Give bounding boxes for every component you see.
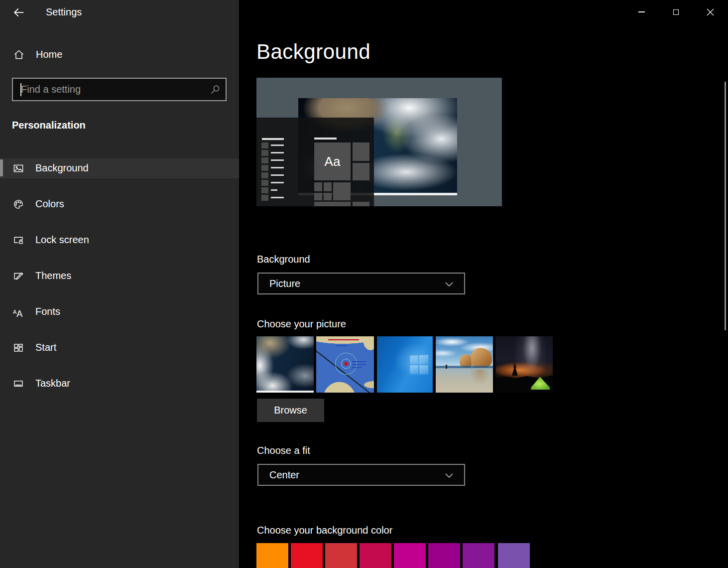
color-swatch-magenta[interactable] — [394, 543, 426, 568]
sidebar-item-colors[interactable]: Colors — [0, 194, 239, 214]
preview-app-icon — [261, 157, 268, 163]
rock-reflection — [470, 369, 489, 384]
preview-app-name — [271, 174, 284, 176]
preview-tile — [314, 182, 322, 191]
fit-dropdown[interactable]: Center — [257, 464, 465, 486]
settings-sidebar: Settings Home Personalization Backgr — [0, 0, 239, 568]
preview-app-icon — [261, 150, 268, 156]
section-heading: Personalization — [12, 120, 86, 131]
sidebar-item-taskbar[interactable]: Taskbar — [0, 374, 239, 394]
preview-tiles-header — [314, 138, 337, 140]
vertical-scrollbar[interactable] — [725, 82, 726, 330]
color-swatch-light-purple[interactable] — [498, 543, 530, 568]
sidebar-item-home[interactable]: Home — [0, 45, 239, 65]
map-warning-text — [328, 339, 359, 340]
preview-app-name — [271, 144, 284, 146]
sidebar-item-label: Home — [36, 49, 62, 60]
sidebar-item-label: Lock screen — [35, 234, 89, 246]
sidebar-item-start[interactable]: Start — [0, 338, 239, 358]
preview-tile — [324, 182, 332, 191]
preview-tile — [314, 193, 322, 200]
image-icon — [13, 163, 24, 174]
preview-app-icon — [261, 180, 268, 186]
map-label-text — [352, 361, 366, 362]
sidebar-item-label: Start — [35, 342, 56, 353]
windows-logo — [410, 355, 428, 375]
preview-tile — [314, 202, 351, 206]
sidebar-item-label: Themes — [35, 270, 71, 282]
sidebar-item-label: Background — [35, 162, 89, 174]
app-title: Settings — [46, 6, 82, 18]
map-label-text — [352, 364, 366, 365]
preview-tile — [353, 202, 369, 206]
choose-picture-label: Choose your picture — [257, 318, 346, 330]
preview-tile — [353, 163, 369, 180]
color-swatch-red[interactable] — [291, 543, 323, 568]
search-box — [12, 78, 227, 101]
choose-fit-label: Choose a fit — [257, 445, 310, 456]
back-button[interactable] — [12, 5, 26, 19]
maximize-icon — [673, 9, 679, 15]
sidebar-item-themes[interactable]: Themes — [0, 266, 239, 286]
map-label-text — [352, 367, 362, 368]
hurricane-marker — [344, 362, 348, 366]
preview-app-icon — [261, 172, 268, 178]
palette-icon — [13, 199, 24, 210]
color-swatch-violet[interactable] — [463, 543, 494, 568]
preview-aa-tile: Aa — [314, 142, 351, 180]
preview-app-icon — [261, 165, 268, 171]
person-silhouette — [446, 365, 447, 369]
dropdown-selected-value: Center — [269, 469, 299, 481]
search-input[interactable] — [21, 79, 205, 100]
sidebar-item-label: Taskbar — [35, 378, 70, 389]
sidebar-item-background[interactable]: Background — [0, 158, 239, 178]
preview-app-icon — [261, 187, 268, 193]
picture-thumbnail-windows-blue[interactable] — [377, 336, 433, 393]
search-icon[interactable] — [210, 84, 221, 95]
lock-screen-icon — [13, 235, 24, 246]
background-dropdown-label: Background — [257, 254, 310, 265]
chevron-down-icon — [445, 473, 453, 478]
preview-app-name — [271, 197, 284, 198]
preview-app-icon — [261, 142, 268, 148]
background-settings-page: Background Aa — [239, 0, 728, 568]
preview-app-name — [271, 189, 277, 191]
background-color-label: Choose your background color — [257, 525, 392, 536]
sidebar-item-fonts[interactable]: AA Fonts — [0, 302, 239, 322]
start-grid-icon — [13, 342, 24, 353]
color-swatch-rose[interactable] — [360, 543, 391, 568]
background-type-dropdown[interactable]: Picture — [257, 273, 465, 294]
close-button[interactable] — [699, 3, 722, 21]
preview-app-name — [271, 182, 284, 183]
preview-app-name — [271, 159, 284, 161]
close-icon — [707, 8, 714, 16]
sidebar-item-lock-screen[interactable]: Lock screen — [0, 230, 239, 250]
fonts-icon: AA — [13, 306, 24, 317]
minimize-button[interactable] — [630, 3, 653, 21]
picture-thumbnail-night-tent[interactable] — [495, 336, 553, 393]
maximize-button[interactable] — [664, 3, 687, 21]
browse-button[interactable]: Browse — [257, 399, 324, 422]
sidebar-item-label: Colors — [35, 198, 64, 210]
preview-tile — [353, 142, 369, 161]
preview-app-name — [271, 167, 284, 168]
sidebar-item-label: Fonts — [35, 306, 60, 317]
page-title: Background — [256, 40, 370, 64]
color-swatch-orchid[interactable] — [428, 543, 460, 568]
background-preview: Aa — [256, 78, 502, 206]
color-swatch-orange[interactable] — [256, 543, 288, 568]
dropdown-selected-value: Picture — [269, 278, 300, 289]
preview-tile — [333, 182, 351, 200]
picture-thumbnail-hurricane-map[interactable] — [316, 336, 374, 393]
picture-thumbnail-satellite-earth[interactable] — [256, 336, 314, 393]
preview-tile — [324, 193, 332, 200]
picture-thumbnail-beach-rocks[interactable] — [436, 336, 493, 393]
taskbar-icon — [13, 378, 24, 389]
thumbnail-caption-strip — [256, 391, 314, 393]
selected-indicator — [0, 159, 3, 176]
themes-icon — [13, 271, 24, 282]
preview-app-icon — [261, 195, 268, 201]
color-swatch-brick-red[interactable] — [325, 543, 357, 568]
minimize-icon — [638, 11, 645, 12]
rock-formation — [471, 348, 491, 368]
